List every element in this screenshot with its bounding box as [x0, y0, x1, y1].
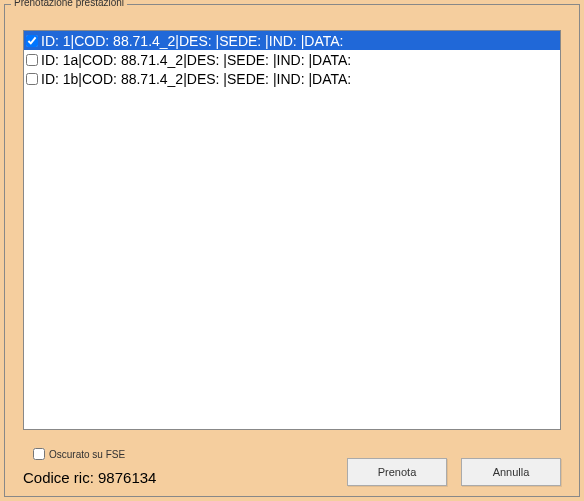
oscurato-label: Oscurato su FSE	[49, 449, 125, 460]
annulla-button[interactable]: Annulla	[461, 458, 561, 486]
list-item[interactable]: ID: 1|COD: 88.71.4_2|DES: |SEDE: |IND: |…	[24, 31, 560, 50]
list-item[interactable]: ID: 1b|COD: 88.71.4_2|DES: |SEDE: |IND: …	[24, 69, 560, 88]
list-item-checkbox[interactable]	[26, 35, 38, 47]
groupbox-title: Prenotazione prestazioni	[11, 0, 127, 8]
codice-value: 9876134	[98, 469, 156, 486]
oscurato-wrapper[interactable]: Oscurato su FSE	[33, 448, 125, 460]
list-item-checkbox[interactable]	[26, 54, 38, 66]
prenotazione-groupbox: Prenotazione prestazioni ID: 1|COD: 88.7…	[4, 4, 580, 497]
prenota-button[interactable]: Prenota	[347, 458, 447, 486]
oscurato-checkbox[interactable]	[33, 448, 45, 460]
list-item-text: ID: 1b|COD: 88.71.4_2|DES: |SEDE: |IND: …	[41, 71, 351, 87]
list-item-checkbox[interactable]	[26, 73, 38, 85]
codice-prefix: Codice ric:	[23, 469, 98, 486]
codice-ric-label: Codice ric: 9876134	[23, 469, 156, 486]
prestazioni-listbox[interactable]: ID: 1|COD: 88.71.4_2|DES: |SEDE: |IND: |…	[23, 30, 561, 430]
list-item-text: ID: 1|COD: 88.71.4_2|DES: |SEDE: |IND: |…	[41, 33, 343, 49]
button-bar: Prenota Annulla	[347, 458, 561, 486]
list-item[interactable]: ID: 1a|COD: 88.71.4_2|DES: |SEDE: |IND: …	[24, 50, 560, 69]
list-item-text: ID: 1a|COD: 88.71.4_2|DES: |SEDE: |IND: …	[41, 52, 351, 68]
